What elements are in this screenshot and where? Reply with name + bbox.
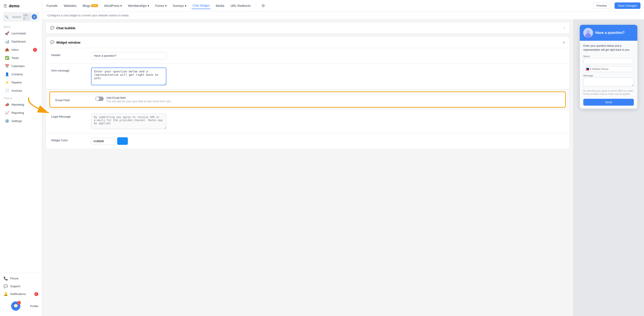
preview-button[interactable]: Preview — [593, 2, 610, 9]
sidebar-item-tasks[interactable]: ✅ Tasks — [1, 54, 40, 62]
content-left: 💬 Chat bubble › 💬 Widget window ∨ — [42, 19, 573, 316]
header-input[interactable] — [91, 52, 166, 59]
pipeline-icon: ⚡ — [5, 80, 9, 85]
search-bar[interactable]: 🔍 Search ctrl K ⚡ — [3, 12, 39, 22]
inbox-icon: 📥 — [5, 48, 9, 52]
chat-preview-widget: Have a question? Enter your question bel… — [580, 25, 637, 109]
chat-message-field-group: Message — [583, 74, 634, 87]
email-field-label: Email Field — [56, 97, 91, 102]
reporting-icon: 📈 — [5, 111, 9, 115]
save-changes-button[interactable]: Save Changes — [614, 2, 640, 9]
sidebar-logo: ☰ demo — [0, 0, 42, 10]
svg-point-3 — [585, 33, 591, 38]
sidebar-bottom: 📞 Phone 💬 Support 🔔 Notifications 6 💬 1 … — [0, 273, 42, 316]
notifications-badge: 6 — [34, 292, 38, 296]
chat-bubble-title: Chat bubble — [56, 26, 76, 30]
hamburger-icon[interactable]: ☰ — [4, 3, 7, 8]
sidebar-item-support[interactable]: 💬 Support — [0, 282, 42, 290]
dashboard-icon: 📊 — [5, 39, 9, 44]
widget-color-field-row: Widget Color — [46, 133, 569, 149]
sub-header: Configure a chat widget to convert your … — [42, 11, 644, 19]
nav-websites[interactable]: Websites — [63, 3, 77, 9]
sidebar-item-pipeline[interactable]: ⚡ Pipeline — [1, 79, 40, 86]
intro-message-label: Intro message — [51, 67, 86, 72]
chat-bubble-header[interactable]: 💬 Chat bubble › — [46, 22, 569, 34]
sidebar: ☰ demo 🔍 Search ctrl K ⚡ Apps 🚀 Launchpa… — [0, 0, 42, 316]
search-icon: 🔍 — [5, 15, 11, 18]
chat-widget-button[interactable]: 💬 1 — [11, 301, 20, 311]
nav-blogs[interactable]: Blogs New — [82, 3, 99, 9]
chat-message-input[interactable] — [583, 77, 634, 86]
sidebar-item-calendars[interactable]: 📅 Calendars — [1, 62, 40, 70]
phone-separator: ▾ — [590, 67, 591, 71]
legal-message-textarea[interactable]: By submitting you agree to receive SMS o… — [91, 114, 166, 129]
content-area: 💬 Chat bubble › 💬 Widget window ∨ — [42, 19, 644, 316]
chat-phone-flag: 🇵🇭 — [585, 67, 589, 71]
profile-label: Profile — [30, 305, 38, 308]
sidebar-item-dashboard[interactable]: 📊 Dashboard — [1, 38, 40, 45]
email-toggle-sublabel: This will add the new input field to tak… — [106, 100, 171, 103]
nav-media[interactable]: Media — [215, 3, 225, 9]
chat-legal-text: By submitting you agree to receive SMS o… — [583, 89, 634, 96]
notifications-icon: 🔔 — [4, 292, 8, 296]
widget-color-input[interactable] — [91, 138, 116, 145]
widget-window-section: 💬 Widget window ∨ Header Intro message E… — [46, 36, 570, 149]
widget-window-title: Widget window — [56, 40, 80, 44]
chat-avatar — [583, 28, 593, 38]
chat-preview-body: Enter your question below and a represen… — [580, 41, 637, 109]
legal-message-field-row: Legal Message By submitting you agree to… — [46, 110, 569, 133]
sidebar-item-contacts[interactable]: 👤 Contacts — [1, 70, 40, 78]
invoices-icon: 📄 — [5, 89, 9, 93]
nav-memberships[interactable]: Memberships ▾ — [127, 3, 150, 9]
bolt-icon: ⚡ — [32, 14, 37, 19]
nav-url-redirects[interactable]: URL Redirects — [230, 3, 252, 9]
apps-section-label: Apps — [0, 23, 42, 29]
widget-window-chevron: ∨ — [563, 40, 565, 44]
nav-chat-widget[interactable]: Chat Widget — [192, 2, 210, 9]
sidebar-item-settings[interactable]: ⚙️ Settings — [1, 117, 40, 125]
sidebar-item-marketing[interactable]: 📣 Marketing — [1, 101, 40, 108]
intro-message-textarea[interactable]: Enter your question below and a represen… — [91, 67, 166, 85]
search-shortcut: ctrl K — [22, 13, 30, 20]
sidebar-item-notifications[interactable]: 🔔 Notifications 6 — [0, 290, 42, 298]
sidebar-item-reporting[interactable]: 📈 Reporting — [1, 109, 40, 117]
chat-bubble-chevron: › — [564, 26, 565, 30]
sidebar-item-phone[interactable]: 📞 Phone — [0, 275, 42, 282]
chat-name-field-group: Name — [583, 55, 634, 64]
avatar-image — [583, 28, 593, 38]
marketing-icon: 📣 — [5, 102, 9, 107]
email-field-toggle[interactable] — [95, 97, 104, 101]
calendars-icon: 📅 — [5, 64, 9, 68]
app-logo: demo — [9, 4, 20, 8]
chat-header-title: Have a question? — [595, 31, 624, 35]
header-field-row: Header — [46, 48, 569, 63]
chat-send-button[interactable]: Send — [583, 99, 634, 106]
settings-icon: ⚙️ — [5, 119, 9, 123]
nav-surveys[interactable]: Surveys ▾ — [172, 3, 187, 9]
chat-phone-input[interactable] — [592, 67, 632, 71]
chat-name-input[interactable] — [583, 58, 634, 64]
sidebar-item-launchpad[interactable]: 🚀 Launchpad — [1, 29, 40, 37]
svg-point-2 — [586, 30, 590, 34]
sidebar-item-invoices[interactable]: 📄 Invoices — [1, 87, 40, 95]
search-label: Search — [12, 15, 21, 18]
nav-forms[interactable]: Forms ▾ — [154, 3, 168, 9]
widget-color-swatch[interactable] — [117, 137, 128, 145]
support-icon: 💬 — [4, 284, 8, 288]
sub-header-text: Configure a chat widget to convert your … — [48, 14, 129, 17]
chat-bubble-icon: 💬 — [50, 26, 54, 30]
nav-funnels[interactable]: Funnels — [46, 3, 58, 9]
chat-bubble-section: 💬 Chat bubble › — [46, 22, 570, 34]
sidebar-item-inbox[interactable]: 📥 Inbox 1 — [1, 46, 40, 54]
nav-wordpress[interactable]: WordPress ▾ — [103, 3, 123, 9]
chat-intro-text: Enter your question below and a represen… — [583, 44, 634, 52]
email-field-row: Email Field Add Email field This will ad… — [50, 91, 566, 108]
settings-gear-icon[interactable]: ⚙ — [262, 3, 265, 8]
phone-icon: 📞 — [4, 276, 8, 281]
tools-section-label: Tools — [0, 95, 42, 100]
legal-message-label: Legal Message — [51, 114, 86, 118]
blogs-new-badge: New — [91, 4, 98, 7]
widget-window-header[interactable]: 💬 Widget window ∨ — [46, 37, 569, 48]
inbox-badge: 1 — [33, 48, 37, 52]
email-toggle-label: Add Email field — [106, 96, 171, 99]
